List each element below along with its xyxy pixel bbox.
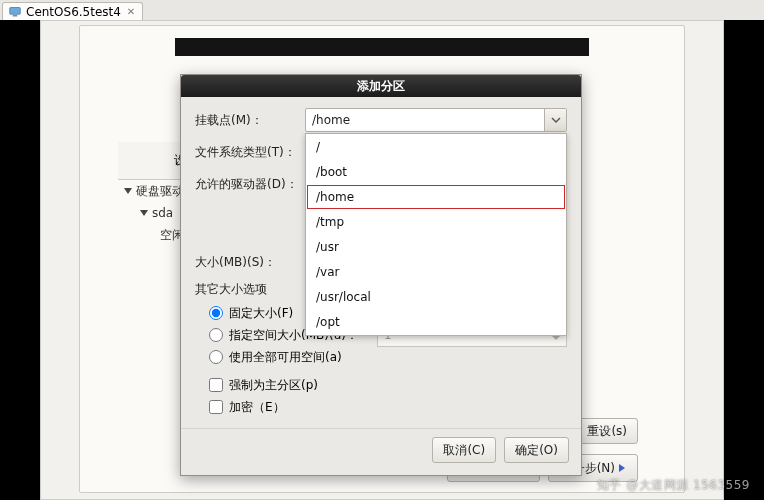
dropdown-option[interactable]: /opt bbox=[307, 310, 565, 334]
mount-label: 挂载点(M)： bbox=[195, 112, 305, 129]
check-primary[interactable]: 强制为主分区(p) bbox=[195, 374, 567, 396]
monitor-icon bbox=[9, 6, 21, 18]
ok-button[interactable]: 确定(O) bbox=[504, 437, 569, 463]
arrow-right-icon bbox=[619, 464, 625, 472]
dropdown-option[interactable]: /usr/local bbox=[307, 285, 565, 309]
close-icon[interactable]: ✕ bbox=[126, 7, 136, 17]
mount-combo[interactable] bbox=[305, 108, 567, 132]
fstype-label: 文件系统类型(T)： bbox=[195, 144, 305, 161]
dropdown-option[interactable]: /usr bbox=[307, 235, 565, 259]
add-partition-dialog: 添加分区 挂载点(M)： 文件系统类型(T)： //boot/home/tmp/… bbox=[180, 74, 582, 476]
dropdown-option[interactable]: /home bbox=[307, 185, 565, 209]
radio-all[interactable]: 使用全部可用空间(a) bbox=[195, 346, 567, 368]
disk-usage-bar bbox=[175, 38, 589, 56]
chevron-down-icon bbox=[124, 188, 132, 194]
mount-dropdown[interactable]: //boot/home/tmp/usr/var/usr/local/opt bbox=[305, 133, 567, 336]
dropdown-option[interactable]: / bbox=[307, 135, 565, 159]
svg-rect-0 bbox=[10, 7, 21, 14]
dropdown-option[interactable]: /var bbox=[307, 260, 565, 284]
dialog-title: 添加分区 bbox=[181, 75, 581, 97]
size-label: 大小(MB)(S)： bbox=[195, 254, 305, 271]
cancel-button[interactable]: 取消(C) bbox=[432, 437, 496, 463]
dropdown-option[interactable]: /boot bbox=[307, 160, 565, 184]
chevron-down-icon[interactable] bbox=[544, 109, 566, 131]
mount-input[interactable] bbox=[305, 108, 567, 132]
dropdown-option[interactable]: /tmp bbox=[307, 210, 565, 234]
check-encrypt-input[interactable] bbox=[209, 400, 223, 414]
allowed-drives-label: 允许的驱动器(D)： bbox=[195, 176, 305, 193]
reset-button[interactable]: 重设(s) bbox=[576, 418, 638, 444]
radio-all-input[interactable] bbox=[209, 350, 223, 364]
svg-rect-1 bbox=[13, 15, 18, 17]
radio-fixed-input[interactable] bbox=[209, 306, 223, 320]
radio-upto-input[interactable] bbox=[209, 328, 223, 342]
check-encrypt[interactable]: 加密（E） bbox=[195, 396, 567, 418]
vm-tab-title: CentOS6.5test4 bbox=[26, 5, 121, 19]
check-primary-input[interactable] bbox=[209, 378, 223, 392]
chevron-down-icon bbox=[140, 210, 148, 216]
vm-tab[interactable]: CentOS6.5test4 ✕ bbox=[2, 2, 143, 20]
